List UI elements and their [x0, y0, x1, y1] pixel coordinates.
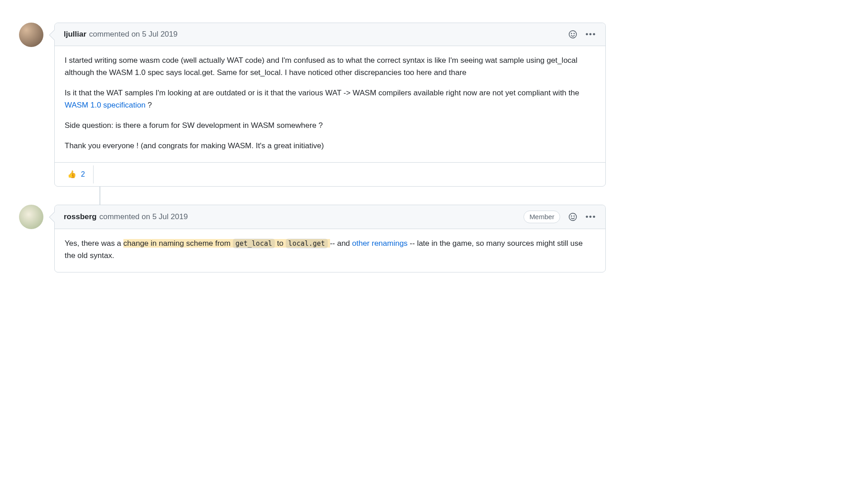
comment-box: rossberg commented on 5 Jul 2019 Member … [54, 205, 606, 272]
highlight: change in naming scheme from get_local t… [123, 239, 330, 248]
role-badge: Member [524, 211, 560, 224]
reaction-count: 2 [81, 169, 85, 180]
svg-point-3 [569, 213, 576, 221]
reaction-thumbsup[interactable]: 👍 2 [59, 165, 94, 183]
kebab-icon[interactable]: ••• [585, 211, 596, 223]
paragraph: Is it that the WAT samples I'm looking a… [65, 87, 595, 111]
comment-body: I started writing some wasm code (well a… [55, 46, 605, 162]
svg-point-4 [571, 216, 572, 216]
comment-date[interactable]: on 5 Jul 2019 [142, 211, 188, 223]
paragraph: Yes, there was a change in naming scheme… [65, 237, 595, 262]
author-link[interactable]: rossberg [64, 211, 97, 223]
svg-point-1 [571, 33, 572, 33]
paragraph: Side question: is there a forum for SW d… [65, 119, 595, 131]
comment-header: ljulliar commented on 5 Jul 2019 ••• [55, 23, 605, 46]
svg-point-5 [574, 216, 574, 216]
comment-body: Yes, there was a change in naming scheme… [55, 229, 605, 272]
paragraph: I started writing some wasm code (well a… [65, 54, 595, 79]
kebab-icon[interactable]: ••• [585, 28, 596, 40]
svg-point-2 [574, 33, 574, 33]
renamings-link[interactable]: other renamings [352, 239, 408, 248]
comment-action: commented [99, 211, 140, 223]
comment-date[interactable]: on 5 Jul 2019 [132, 28, 178, 40]
comment-block: ljulliar commented on 5 Jul 2019 ••• I s… [54, 23, 606, 187]
smiley-icon[interactable] [568, 212, 577, 221]
comment-header: rossberg commented on 5 Jul 2019 Member … [55, 205, 605, 230]
code-inline: get_local [233, 239, 275, 249]
spec-link[interactable]: WASM 1.0 specification [65, 101, 146, 109]
author-link[interactable]: ljulliar [64, 28, 86, 40]
thumbsup-icon: 👍 [67, 169, 76, 180]
paragraph: Thank you everyone ! (and congrats for m… [65, 140, 595, 152]
comment-box: ljulliar commented on 5 Jul 2019 ••• I s… [54, 23, 606, 187]
avatar[interactable] [19, 205, 43, 229]
svg-point-0 [569, 31, 576, 38]
comment-action: commented [89, 28, 129, 40]
smiley-icon[interactable] [568, 30, 577, 39]
reactions-bar: 👍 2 [55, 162, 605, 186]
comment-block: rossberg commented on 5 Jul 2019 Member … [54, 205, 606, 272]
code-inline: local.get [286, 239, 328, 249]
avatar[interactable] [19, 23, 43, 47]
